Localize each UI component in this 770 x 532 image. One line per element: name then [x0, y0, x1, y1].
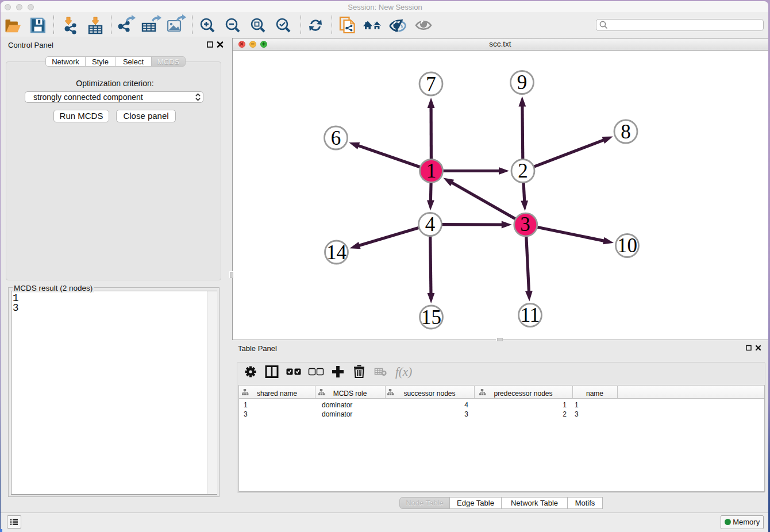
- svg-text:8: 8: [621, 121, 631, 143]
- svg-text:9: 9: [517, 71, 528, 94]
- svg-text:15: 15: [421, 306, 441, 329]
- svg-text:6: 6: [331, 127, 341, 149]
- svg-text:10: 10: [617, 234, 637, 257]
- svg-text:f(x): f(x): [395, 365, 412, 379]
- svg-text:3: 3: [520, 213, 530, 236]
- svg-text:14: 14: [326, 241, 346, 264]
- svg-text:4: 4: [425, 213, 436, 236]
- svg-text:2: 2: [518, 160, 528, 182]
- svg-text:7: 7: [426, 73, 436, 95]
- svg-text:11: 11: [521, 304, 540, 326]
- svg-text:1: 1: [426, 160, 437, 182]
